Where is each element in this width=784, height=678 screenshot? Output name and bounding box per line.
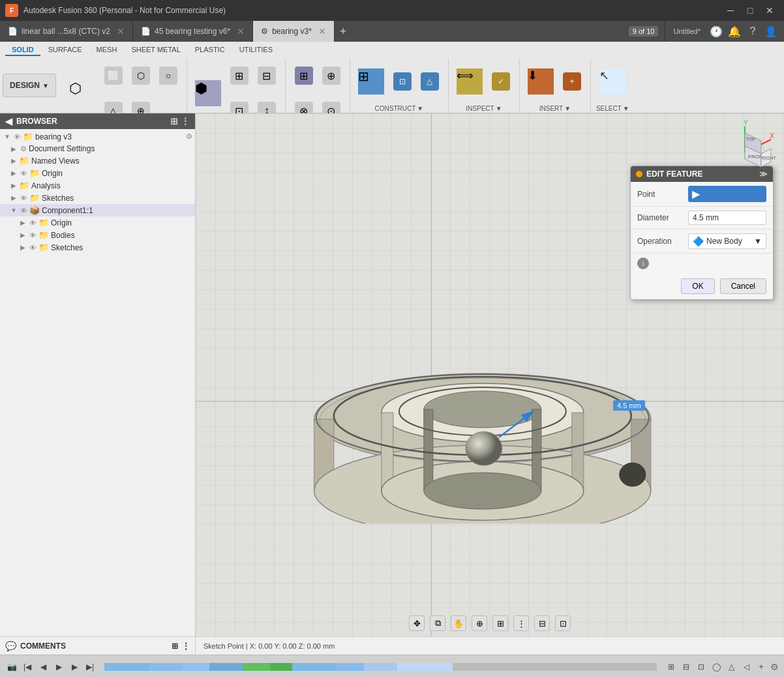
create-btn-4[interactable]: ○ [155,59,181,93]
timeline-prev[interactable]: ◀ [37,660,50,673]
hint-display[interactable]: ⊟ [534,615,550,631]
select-btn-1[interactable]: ↖ [597,61,628,102]
close-button[interactable]: ✕ [761,4,779,17]
hint-pan[interactable]: ✋ [451,615,466,631]
hint-move[interactable]: ✥ [409,615,425,631]
create-btn-3[interactable]: ⬡ [128,59,154,93]
modify-btn-2[interactable]: ⊞ [226,59,252,93]
untitled-tab[interactable]: Untitled* [668,27,706,35]
hint-copy[interactable]: ⧉ [430,615,445,631]
comments-more-icon[interactable]: ⋮ [182,641,190,651]
tree-doc-settings[interactable]: ▶ ⚙ Document Settings [0,143,195,155]
comments-expand-icon[interactable]: ⊞ [172,641,178,651]
tab-tab-bearing[interactable]: ⚙bearing v3*✕ [253,21,335,42]
tab-mesh[interactable]: MESH [90,44,124,56]
bell-icon[interactable]: 🔔 [727,23,742,39]
browser-settings-icon[interactable]: ⋮ [181,116,190,126]
tree-component1[interactable]: ▼ 👁 📦 Component1:1 [0,204,195,216]
tree-sketches-root[interactable]: ▶ 👁 📁 Sketches [0,192,195,204]
minimize-button[interactable]: ─ [721,4,740,17]
assemble-btn-2[interactable]: ⊕ [318,59,344,93]
tab-utilities[interactable]: UTILITIES [233,44,279,56]
browser-expand-icon[interactable]: ⊞ [170,116,178,126]
sketches-expander[interactable]: ▶ [9,194,18,201]
hint-zoom-box[interactable]: ⊞ [492,615,508,631]
analysis-expander[interactable]: ▶ [9,182,18,189]
cube-navigator[interactable]: Y X FRONT RIGHT TOP [712,120,777,185]
hint-zoom-fit[interactable]: ⊕ [472,615,487,631]
timeline-icon-7[interactable]: + [755,660,768,673]
tab-tab-linear[interactable]: 📄linear ball ...5x8 (CTC) v2✕ [0,21,133,42]
ef-diameter-input[interactable]: 4.5 mm [688,211,766,225]
insert-btn-1[interactable]: ⬇ [525,61,556,102]
timeline-icon-6[interactable]: ◁ [740,660,753,673]
hint-display2[interactable]: ⊡ [555,615,571,631]
sketches-vis[interactable]: 👁 [18,194,29,202]
tab-surface[interactable]: SURFACE [42,44,89,56]
ef-ok-button[interactable]: OK [681,278,714,294]
sketches-child-expander[interactable]: ▶ [18,244,27,251]
assemble-btn-1[interactable]: ⊞ [291,59,317,93]
root-options[interactable]: ⚙ [186,132,192,141]
hint-grid[interactable]: ⋮ [513,615,529,631]
clock-icon[interactable]: 🕐 [708,23,724,39]
timeline-next[interactable]: ▶ [68,660,81,673]
tree-origin[interactable]: ▶ 👁 📁 Origin [0,167,195,179]
create-btn-2[interactable]: ⬜ [100,59,127,93]
design-dropdown[interactable]: DESIGN ▼ [3,74,56,97]
timeline-icon-5[interactable]: △ [725,660,738,673]
timeline-icon-4[interactable]: ◯ [710,660,723,673]
ef-point-value[interactable]: ▶ [688,186,766,202]
timeline-icon-3[interactable]: ⊡ [695,660,708,673]
origin-child-expander[interactable]: ▶ [18,219,27,226]
timeline-last[interactable]: ▶| [83,660,97,673]
create-btn-1[interactable]: ⬡ [67,73,98,113]
doc-expander[interactable]: ▶ [9,145,18,153]
construct-btn-1[interactable]: ⊞ [355,61,387,102]
tab-plastic[interactable]: PLASTIC [188,44,232,56]
origin-vis[interactable]: 👁 [18,170,29,177]
timeline-icon-2[interactable]: ⊟ [680,660,693,673]
timeline-models-icon[interactable]: 📷 [5,660,18,673]
bodies-expander[interactable]: ▶ [18,231,27,239]
timeline-first[interactable]: |◀ [21,660,34,673]
doc-vis[interactable]: ⚙ [18,145,29,153]
help-icon[interactable]: ? [745,23,761,39]
ef-cancel-button[interactable]: Cancel [720,278,766,294]
inspect-btn-1[interactable]: ⟺ [454,61,485,102]
user-icon[interactable]: 👤 [763,23,779,39]
maximize-button[interactable]: □ [741,4,759,17]
tree-root[interactable]: ▼ 👁 📁 bearing v3 ⚙ [0,130,195,143]
tree-analysis[interactable]: ▶ 📁 Analysis [0,179,195,192]
named-views-expander[interactable]: ▶ [9,157,18,164]
modify-btn-1[interactable]: ⬢ [192,73,224,113]
origin-child-vis[interactable]: 👁 [27,219,38,227]
ef-operation-dropdown[interactable]: 🔷 New Body ▼ [688,233,766,249]
svg-text:Y: Y [744,120,748,126]
root-vis[interactable]: 👁 [12,133,22,141]
viewport[interactable]: 4.5 mm EDIT FEATURE ≫ Point ▶ Diameter 4… [196,113,784,636]
timeline-play[interactable]: ▶ [52,660,65,673]
sketches-child-vis[interactable]: 👁 [27,244,38,252]
tree-origin-child[interactable]: ▶ 👁 📁 Origin [0,216,195,229]
tab-sheetmetal[interactable]: SHEET METAL [125,44,187,56]
construct-btn-3[interactable]: △ [417,65,443,98]
timeline-icon-1[interactable]: ⊞ [665,660,678,673]
construct-btn-2[interactable]: ⊡ [389,65,415,98]
comp1-vis[interactable]: 👁 [18,207,29,214]
root-expander[interactable]: ▼ [3,133,12,140]
tab-solid[interactable]: SOLID [5,44,40,56]
comp1-expander[interactable]: ▼ [9,207,18,214]
new-tab-button[interactable]: + [335,21,352,42]
timeline-settings-icon[interactable]: ⚙ [770,662,779,672]
inspect-btn-2[interactable]: ✓ [488,65,514,98]
tree-sketches-child[interactable]: ▶ 👁 📁 Sketches [0,241,195,254]
tree-named-views[interactable]: ▶ 📁 Named Views [0,155,195,167]
origin-expander[interactable]: ▶ [9,170,18,177]
insert-btn-2[interactable]: + [559,65,585,98]
timeline-track[interactable] [104,663,657,671]
modify-btn-3[interactable]: ⊟ [254,59,280,93]
tab-tab-45bearing[interactable]: 📄45 bearing testing v6*✕ [133,21,253,42]
bodies-vis[interactable]: 👁 [27,231,38,239]
tree-bodies[interactable]: ▶ 👁 📁 Bodies [0,229,195,241]
